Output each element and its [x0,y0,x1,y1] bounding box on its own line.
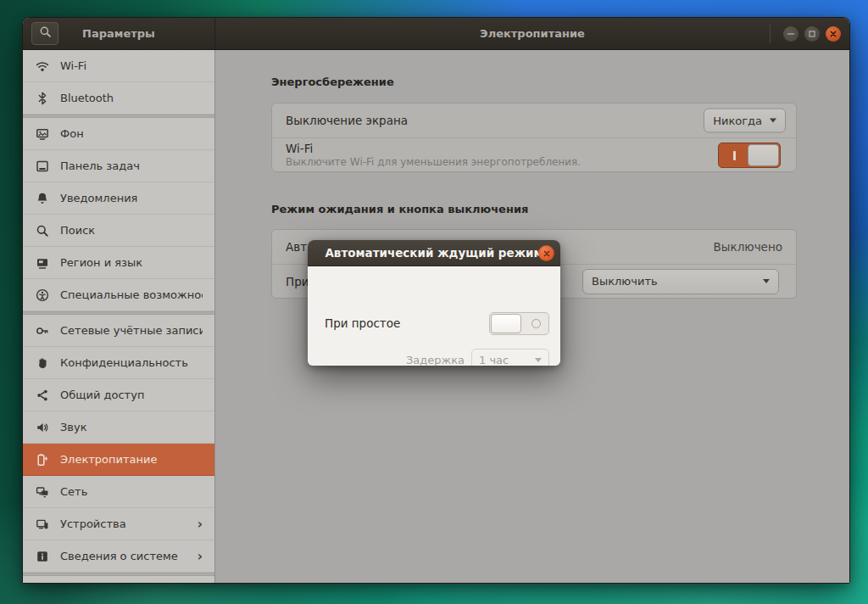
sidebar-item-label: Панель задач [60,159,140,172]
info-icon [36,550,49,563]
sidebar-item-wifi[interactable]: Wi-Fi [23,50,214,82]
controls-separator [770,25,771,43]
dialog-titlebar[interactable]: Автоматический ждущий режим [308,240,560,266]
sidebar-item-dock[interactable]: Панель задач [23,150,214,182]
online-accounts-icon [36,324,49,338]
delay-label: Задержка [406,354,471,366]
sidebar-item-label: Уведомления [60,192,137,204]
sidebar-item-label: Сведения о системе [60,550,178,562]
bell-icon [36,192,49,205]
sidebar-item-power[interactable]: Электропитание [23,444,214,476]
region-language-icon [36,256,49,270]
chevron-right-icon: › [198,549,203,564]
sidebar-item-label: Wi-Fi [60,59,86,72]
dialog-body: При простое Задержка 1 час [308,266,560,366]
power-button-dropdown[interactable]: Выключить [582,269,779,294]
wifi-power-row: Wi-Fi Выключите Wi-Fi для уменьшения эне… [272,137,796,171]
headerbar[interactable]: Параметры Электропитание [23,18,849,50]
search-icon [36,224,49,238]
close-button[interactable] [826,26,841,42]
speaker-icon [36,421,49,434]
sidebar-item-bluetooth[interactable]: Bluetooth [23,82,214,115]
sidebar-item-notifications[interactable]: Уведомления [23,182,214,215]
section-title-suspend: Режим ожидания и кнопка выключения [271,203,528,215]
sidebar-filler [23,576,214,583]
auto-suspend-label: Авт [286,240,307,254]
headerbar-right[interactable]: Электропитание [215,18,849,49]
auto-suspend-value: Выключено [714,240,782,254]
sidebar-item-background[interactable]: Фон [23,118,214,150]
sidebar-item-label: Общий доступ [60,389,144,401]
delay-dropdown[interactable]: 1 час [471,349,549,366]
chevron-down-icon [770,119,776,123]
sidebar-item-sound[interactable]: Звук [23,411,214,444]
blank-screen-row: Выключение экрана Никогда [272,103,796,137]
sidebar-item-label: Устройства [60,517,126,530]
page-title: Электропитание [215,27,849,40]
close-icon [542,249,551,258]
dock-icon [36,159,49,173]
blank-screen-value: Никогда [713,115,762,127]
wifi-row-description: Выключите Wi-Fi для уменьшения энергопот… [286,156,581,168]
wifi-row-label: Wi-Fi [286,142,313,155]
wifi-toggle-switch[interactable]: I [718,143,781,168]
maximize-button[interactable] [804,26,820,42]
sidebar-item-search[interactable]: Поиск [23,215,214,247]
sidebar-item-accessibility[interactable]: Специальные возможности [23,279,214,311]
dialog-title: Автоматический ждущий режим [325,246,542,260]
minimize-button[interactable] [783,26,798,42]
power-button-value: Выключить [592,275,658,288]
sidebar-item-label: Сетевые учётные записи [60,324,203,337]
search-button[interactable] [31,22,58,45]
toggle-off-mark [531,319,541,328]
devices-icon [36,517,49,531]
maximize-icon [808,30,816,38]
sidebar-item-privacy[interactable]: Конфиденциальность [23,347,214,379]
toggle-knob [748,144,779,166]
close-icon [829,30,837,38]
search-icon [39,25,52,42]
sidebar-item-sharing[interactable]: Общий доступ [23,379,214,411]
idle-row: При простое [325,305,549,341]
auto-suspend-dialog: Автоматический ждущий режим При простое … [308,240,560,366]
toggle-knob [491,314,521,333]
bluetooth-icon [36,92,49,105]
blank-screen-label: Выключение экрана [286,114,408,127]
sidebar-item-label: Электропитание [60,453,157,466]
sidebar-item-online-accounts[interactable]: Сетевые учётные записи [23,315,214,347]
headerbar-left[interactable]: Параметры [23,18,215,49]
power-button-label: При [286,275,309,288]
sidebar-item-label: Регион и язык [60,256,142,269]
section-title-power-saving: Энергосбережение [271,76,394,88]
dialog-close-button[interactable] [538,245,554,261]
blank-screen-dropdown[interactable]: Никогда [704,109,786,133]
privacy-hand-icon [36,356,49,370]
sidebar-item-label: Специальные возможности [60,288,203,301]
sidebar-item-devices[interactable]: Устройства› [23,508,214,540]
delay-row: Задержка 1 час [325,348,549,366]
sidebar-item-network[interactable]: Сеть [23,476,214,508]
sidebar-item-label: Звук [60,421,87,433]
battery-icon [36,453,49,467]
sidebar-item-about[interactable]: Сведения о системе› [23,540,214,573]
sidebar-item-label: Конфиденциальность [60,356,188,369]
share-icon [36,389,49,402]
sidebar: Wi-FiBluetoothФонПанель задачУведомления… [23,50,215,583]
chevron-right-icon: › [198,517,203,532]
window-controls [770,18,841,49]
minimize-icon [787,30,795,38]
idle-label: При простое [325,316,400,330]
background-icon [36,127,49,141]
sidebar-item-label: Фон [60,127,84,140]
network-icon [36,485,49,499]
accessibility-icon [36,288,49,302]
chevron-down-icon [535,358,542,362]
toggle-on-mark: I [733,151,736,160]
chevron-down-icon [763,279,770,283]
sidebar-item-label: Bluetooth [60,92,114,104]
delay-value: 1 час [479,354,509,366]
idle-toggle-switch[interactable] [489,312,549,335]
wifi-icon [36,59,49,73]
sidebar-item-region-language[interactable]: Регион и язык [23,247,214,279]
sidebar-item-label: Сеть [60,485,87,498]
